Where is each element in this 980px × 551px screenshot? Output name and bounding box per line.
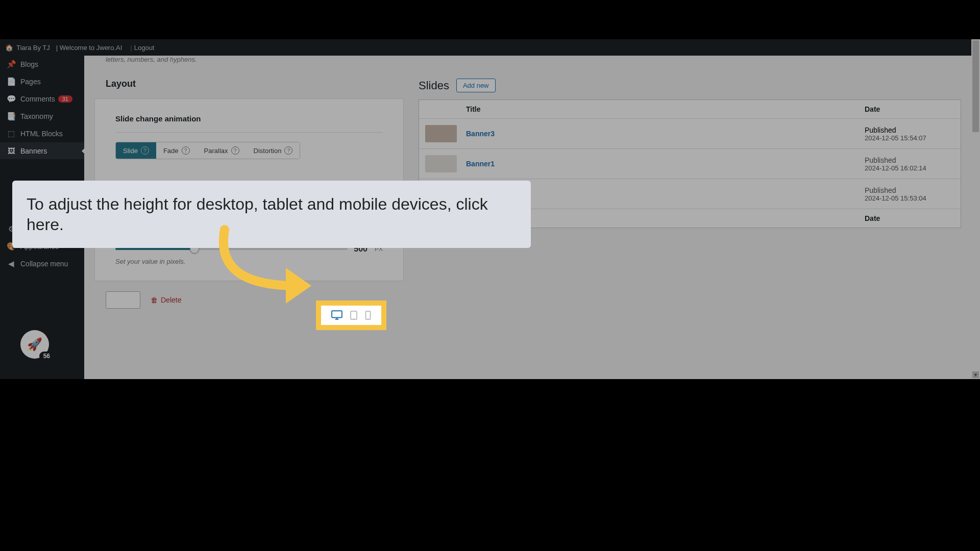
date-text: 2024-12-05 15:54:07 <box>865 134 954 142</box>
rocket-button[interactable]: 🚀 56 <box>20 330 49 359</box>
comments-count-badge: 31 <box>58 95 72 103</box>
collapse-icon: ◀ <box>6 259 16 268</box>
pin-icon: 📌 <box>6 60 16 69</box>
sidebar-item-html-blocks[interactable]: ⬚ HTML Blocks <box>0 125 84 142</box>
rocket-count-badge: 56 <box>39 352 54 361</box>
layout-heading: Layout <box>94 79 404 89</box>
tab-label: Fade <box>163 147 179 155</box>
sidebar-item-comments[interactable]: 💬 Comments 31 <box>0 90 84 108</box>
taxonomy-icon: 📑 <box>6 112 16 121</box>
sidebar-item-pages[interactable]: 📄 Pages <box>0 73 84 90</box>
slide-title-link[interactable]: Banner1 <box>466 160 495 168</box>
delete-label: Delete <box>161 296 181 304</box>
tab-label: Slide <box>123 147 138 155</box>
animation-tabs: Slide ? Fade ? Parallax ? Distortion ? <box>115 142 300 159</box>
site-name-link[interactable]: Tiara By TJ <box>16 44 50 52</box>
logout-link[interactable]: Logout <box>134 44 155 52</box>
scroll-thumb[interactable] <box>972 40 979 132</box>
sidebar-item-label: HTML Blocks <box>20 130 63 138</box>
height-help: Set your value in pixels. <box>115 258 383 265</box>
tab-label: Parallax <box>204 147 228 155</box>
sidebar-item-label: Banners <box>20 147 47 155</box>
scroll-down-arrow[interactable]: ▼ <box>972 371 979 378</box>
sidebar-item-label: Comments <box>20 95 55 103</box>
animation-tab-fade[interactable]: Fade ? <box>156 142 197 159</box>
table-header-row: Title Date <box>419 100 961 119</box>
status-text: Published <box>865 156 954 164</box>
height-slider[interactable] <box>115 248 348 250</box>
help-icon[interactable]: ? <box>284 146 292 155</box>
rocket-icon: 🚀 <box>27 337 42 352</box>
admin-topbar: 🏠 Tiara By TJ | Welcome to Jwero.AI | Lo… <box>0 39 971 56</box>
home-icon: 🏠 <box>5 44 13 52</box>
slide-title-link[interactable]: Banner3 <box>466 130 495 138</box>
column-title[interactable]: Title <box>460 100 859 118</box>
date-text: 2024-12-05 15:53:04 <box>865 194 954 202</box>
sidebar-item-blogs[interactable]: 📌 Blogs <box>0 56 84 73</box>
welcome-link[interactable]: | Welcome to Jwero.AI <box>56 44 122 52</box>
slider-fill <box>115 248 194 250</box>
help-icon[interactable]: ? <box>231 146 239 155</box>
slides-heading: Slides <box>419 79 449 92</box>
comment-icon: 💬 <box>6 94 16 104</box>
help-icon[interactable]: ? <box>141 146 149 155</box>
separator: | <box>130 44 132 52</box>
divider <box>115 132 383 133</box>
sidebar-item-label: Collapse menu <box>20 260 68 268</box>
tutorial-callout: To adjust the height for desktop, tablet… <box>12 181 531 248</box>
sidebar-item-label: Pages <box>20 78 41 86</box>
html-icon: ⬚ <box>6 129 16 138</box>
status-text: Published <box>865 186 954 194</box>
vertical-scrollbar[interactable]: ▼ <box>971 39 980 379</box>
table-row[interactable]: Banner1 Published 2024-12-05 16:02:14 <box>419 149 961 179</box>
table-row[interactable]: Banner3 Published 2024-12-05 15:54:07 <box>419 119 961 149</box>
date-text: 2024-12-05 16:02:14 <box>865 164 954 172</box>
sidebar-item-label: Taxonomy <box>20 112 53 120</box>
delete-button[interactable]: 🗑 Delete <box>151 296 181 304</box>
slide-thumbnail <box>425 155 457 172</box>
animation-tab-parallax[interactable]: Parallax ? <box>197 142 247 159</box>
tab-label: Distortion <box>254 147 282 155</box>
callout-text: To adjust the height for desktop, tablet… <box>27 195 488 234</box>
add-new-button[interactable]: Add new <box>456 79 496 92</box>
help-icon[interactable]: ? <box>182 146 190 155</box>
animation-section-title: Slide change animation <box>115 114 383 123</box>
sidebar-item-banners[interactable]: 🖼 Banners <box>0 142 84 159</box>
slide-thumbnail <box>425 125 457 142</box>
slug-help-text: letters, numbers, and hyphens. <box>94 56 404 63</box>
action-button[interactable] <box>106 291 140 309</box>
sidebar-item-taxonomy[interactable]: 📑 Taxonomy <box>0 108 84 125</box>
trash-icon: 🗑 <box>151 296 158 304</box>
status-text: Published <box>865 126 954 134</box>
footer-date: Date <box>859 209 961 228</box>
column-date[interactable]: Date <box>859 100 961 118</box>
sidebar-item-label: Blogs <box>20 60 38 68</box>
page-icon: 📄 <box>6 77 16 86</box>
banner-icon: 🖼 <box>6 146 16 155</box>
sidebar-item-collapse[interactable]: ◀ Collapse menu <box>0 255 84 272</box>
animation-tab-distortion[interactable]: Distortion ? <box>247 142 300 159</box>
animation-tab-slide[interactable]: Slide ? <box>116 142 156 159</box>
